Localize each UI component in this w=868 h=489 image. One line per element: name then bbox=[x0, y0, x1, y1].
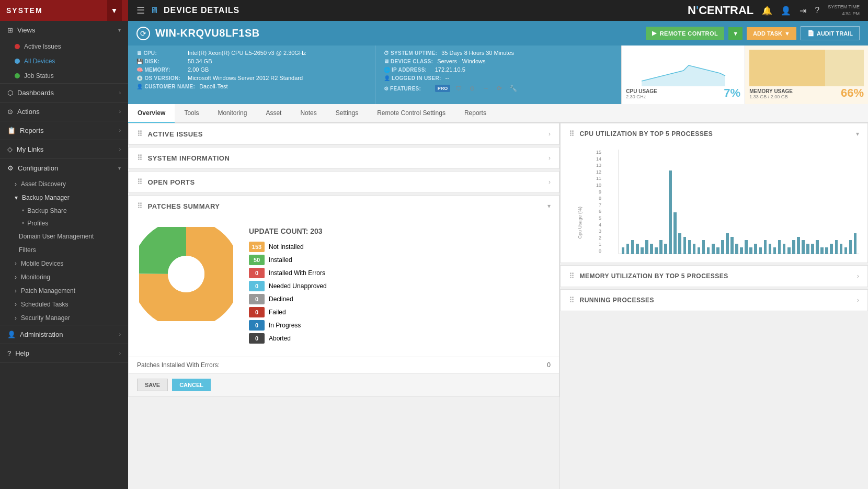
bar bbox=[844, 150, 848, 254]
tab-overview[interactable]: Overview bbox=[128, 104, 175, 123]
bar bbox=[740, 150, 744, 254]
sidebar-monitoring[interactable]: › Monitoring bbox=[7, 270, 128, 284]
sidebar-actions-header[interactable]: ⊙ Actions › bbox=[0, 103, 128, 121]
sidebar-profiles[interactable]: Profiles bbox=[7, 217, 128, 230]
patches-header[interactable]: ⠿ PATCHES SUMMARY ▾ bbox=[129, 196, 559, 217]
uptime-value: 35 Days 8 Hours 30 Minutes bbox=[441, 50, 514, 56]
remote-control-button[interactable]: ▶ REMOTE CONTROL bbox=[646, 27, 724, 40]
legend-not-installed: 153 Not Installed bbox=[249, 242, 549, 252]
bar bbox=[730, 150, 734, 254]
sidebar-security-manager[interactable]: › Security Manager bbox=[7, 311, 128, 325]
tab-asset[interactable]: Asset bbox=[256, 104, 291, 123]
sidebar-config-header[interactable]: ⚙ Configuration ▾ bbox=[0, 159, 128, 177]
bar bbox=[654, 150, 658, 254]
sidebar-item-active-issues[interactable]: Active Issues bbox=[0, 39, 128, 54]
sidebar-mylinks-header[interactable]: ◇ My Links › bbox=[0, 140, 128, 158]
memory-mini-chart: MEMORY USAGE 1.33 GB / 2.00 GB 66% bbox=[745, 46, 868, 104]
bar bbox=[735, 150, 739, 254]
dashboards-chevron: › bbox=[119, 90, 121, 96]
system-dropdown[interactable]: ▼ bbox=[107, 0, 122, 21]
logout-icon[interactable]: ⇥ bbox=[800, 6, 806, 16]
not-installed-badge: 153 bbox=[249, 242, 265, 252]
sidebar-item-all-devices[interactable]: All Devices bbox=[0, 54, 128, 69]
system-info-header[interactable]: ⠿ SYSTEM INFORMATION › bbox=[129, 147, 559, 168]
sidebar-filters[interactable]: Filters bbox=[7, 243, 128, 257]
audit-trail-button[interactable]: 📄 AUDIT TRAIL bbox=[801, 26, 860, 40]
sidebar-reports-header[interactable]: 📋 Reports › bbox=[0, 121, 128, 140]
active-issues-header[interactable]: ⠿ ACTIVE ISSUES › bbox=[129, 123, 559, 144]
actions-label: Actions bbox=[17, 108, 40, 116]
tab-tools[interactable]: Tools bbox=[175, 104, 208, 123]
add-task-button[interactable]: ADD TASK ▼ bbox=[747, 27, 796, 40]
all-devices-dot bbox=[15, 59, 20, 64]
bar bbox=[796, 150, 800, 254]
running-processes-drag: ⠿ bbox=[569, 296, 575, 304]
tab-remote-control-settings[interactable]: Remote Control Settings bbox=[368, 104, 455, 123]
open-ports-section: ⠿ OPEN PORTS › bbox=[128, 171, 559, 193]
job-status-label: Job Status bbox=[24, 72, 54, 79]
memory-value: 2.00 GB bbox=[188, 66, 209, 73]
cpu-chart-chevron: ▾ bbox=[856, 130, 859, 138]
tab-notes[interactable]: Notes bbox=[291, 104, 326, 123]
ip-value: 172.21.10.5 bbox=[435, 66, 465, 73]
sidebar-section-reports: 📋 Reports › bbox=[0, 121, 128, 140]
tab-reports[interactable]: Reports bbox=[455, 104, 496, 123]
left-panel: ⠿ ACTIVE ISSUES › ⠿ SYSTEM INFORMATION › bbox=[128, 123, 559, 489]
expand-icon6: › bbox=[15, 287, 17, 294]
tab-settings[interactable]: Settings bbox=[326, 104, 368, 123]
sidebar-section-administration: 👤 Administration › bbox=[0, 325, 128, 344]
patches-section: ⠿ PATCHES SUMMARY ▾ bbox=[128, 195, 559, 397]
patches-chevron: ▾ bbox=[547, 202, 551, 210]
bell-icon[interactable]: 🔔 bbox=[762, 6, 772, 16]
system-label[interactable]: SYSTEM ▼ bbox=[0, 0, 128, 21]
sidebar-domain-user-mgmt[interactable]: Domain User Management bbox=[7, 230, 128, 243]
admin-chevron: › bbox=[119, 332, 121, 337]
failed-badge: 0 bbox=[249, 307, 265, 317]
system-time: SYSTEM TIME4:51 PM bbox=[828, 4, 860, 17]
cpu-chart-header[interactable]: ⠿ CPU UTILIZATION BY TOP 5 PROCESSES ▾ bbox=[561, 123, 867, 144]
hamburger-icon[interactable]: ☰ bbox=[136, 5, 145, 16]
help-icon[interactable]: ? bbox=[815, 6, 819, 15]
patches-installed-value: 0 bbox=[547, 361, 551, 369]
cpu-bars-row bbox=[621, 150, 857, 254]
bar bbox=[664, 150, 668, 254]
sidebar-section-actions: ⊙ Actions › bbox=[0, 103, 128, 121]
update-count: UPDATE COUNT: 203 bbox=[249, 227, 549, 235]
bar bbox=[759, 150, 762, 254]
memory-utilization-section: ⠿ MEMORY UTILIZATION BY TOP 5 PROCESSES … bbox=[560, 265, 868, 287]
views-label: Views bbox=[17, 26, 35, 34]
sidebar-admin-header[interactable]: 👤 Administration › bbox=[0, 325, 128, 344]
sidebar-mobile-devices[interactable]: › Mobile Devices bbox=[7, 257, 128, 270]
sidebar-asset-discovery[interactable]: › Asset Discovery bbox=[7, 177, 128, 191]
filters-label: Filters bbox=[19, 246, 36, 254]
installed-errors-badge: 0 bbox=[249, 268, 265, 278]
sidebar-patch-management[interactable]: › Patch Management bbox=[7, 284, 128, 298]
device-status-circle: ⟳ bbox=[136, 27, 150, 40]
sidebar-scheduled-tasks[interactable]: › Scheduled Tasks bbox=[7, 298, 128, 311]
open-ports-header[interactable]: ⠿ OPEN PORTS › bbox=[129, 172, 559, 192]
cpu-y-axis-label: Cpu Usage (%) bbox=[577, 207, 583, 239]
cancel-button[interactable]: CANCEL bbox=[172, 379, 211, 391]
user-icon[interactable]: 👤 bbox=[781, 6, 791, 16]
sidebar-views-header[interactable]: ⊞ Views ▾ bbox=[0, 21, 128, 39]
running-processes-header[interactable]: ⠿ RUNNING PROCESSES › bbox=[561, 290, 867, 311]
sidebar-section-mylinks: ◇ My Links › bbox=[0, 140, 128, 159]
patches-pie-chart bbox=[139, 227, 233, 321]
save-button[interactable]: SAVE bbox=[137, 379, 168, 391]
cpu-utilization-section: ⠿ CPU UTILIZATION BY TOP 5 PROCESSES ▾ 1… bbox=[560, 123, 868, 263]
sidebar-dashboards-header[interactable]: ⬡ Dashboards › bbox=[0, 84, 128, 102]
remote-control-dropdown[interactable]: ▼ bbox=[728, 27, 743, 40]
tab-monitoring[interactable]: Monitoring bbox=[208, 104, 256, 123]
bar bbox=[792, 150, 795, 254]
bar bbox=[830, 150, 833, 254]
reports-label: Reports bbox=[20, 127, 44, 134]
open-ports-drag: ⠿ bbox=[137, 178, 143, 186]
sidebar-item-job-status[interactable]: Job Status bbox=[0, 69, 128, 83]
reports-chevron: › bbox=[119, 128, 121, 133]
customer-label: 👤 CUSTOMER NAME: bbox=[136, 84, 195, 89]
sidebar-backup-manager[interactable]: ▾ Backup Manager bbox=[7, 191, 128, 204]
memory-chart-header[interactable]: ⠿ MEMORY UTILIZATION BY TOP 5 PROCESSES … bbox=[561, 266, 867, 287]
sidebar-help-header[interactable]: ? Help › bbox=[0, 344, 128, 362]
sidebar-backup-share[interactable]: Backup Share bbox=[7, 204, 128, 217]
legend-in-progress: 0 In Progress bbox=[249, 320, 549, 331]
